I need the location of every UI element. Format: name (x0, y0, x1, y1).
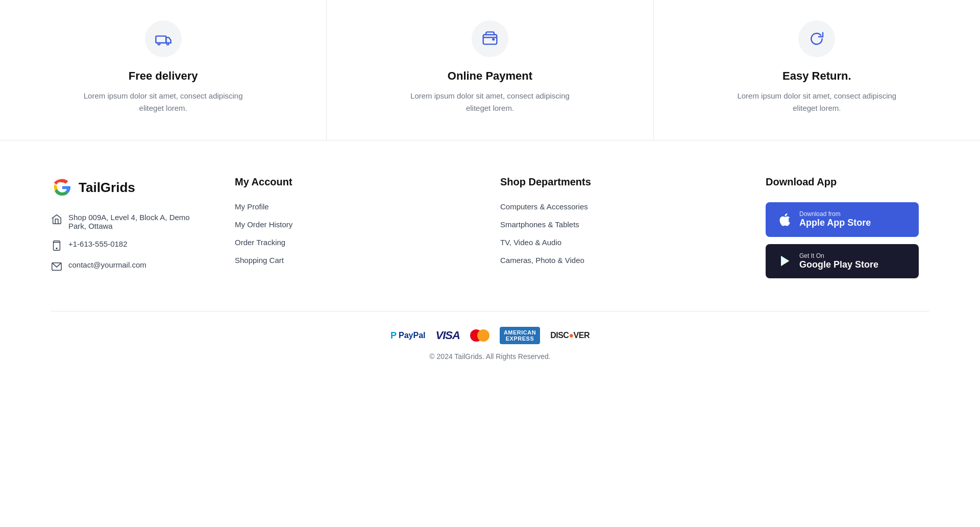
phone-icon (51, 240, 62, 251)
download-app-title: Download App (766, 176, 929, 188)
play-icon (778, 254, 792, 268)
contact-address: Shop 009A, Level 4, Block A, Demo Park, … (51, 213, 194, 230)
footer-brand: TailGrids Shop 009A, Level 4, Block A, D… (51, 176, 194, 285)
apple-icon (778, 212, 792, 227)
footer-top: TailGrids Shop 009A, Level 4, Block A, D… (51, 176, 929, 311)
features-section: Free delivery Lorem ipsum dolor sit amet… (0, 0, 980, 140)
order-tracking-link[interactable]: Order Tracking (235, 238, 459, 247)
footer: TailGrids Shop 009A, Level 4, Block A, D… (0, 140, 980, 381)
shopping-cart-link[interactable]: Shopping Cart (235, 256, 459, 265)
footer-download-app: Download App Download from Apple App Sto… (766, 176, 929, 285)
discover-badge: DISC●VER (550, 331, 590, 340)
feature-free-delivery-title: Free delivery (129, 69, 198, 83)
footer-bottom: P PayPal VISA AMERICANEXPRESS DISC●VER ©… (51, 311, 929, 361)
paypal-badge: P PayPal (390, 330, 426, 341)
phone-text: +1-613-555-0182 (68, 239, 128, 248)
wallet-icon-wrap (472, 20, 508, 57)
feature-free-delivery: Free delivery Lorem ipsum dolor sit amet… (0, 0, 327, 140)
feature-free-delivery-desc: Lorem ipsum dolor sit amet, consect adip… (82, 90, 245, 114)
copyright-text: © 2024 TailGrids. All Rights Reserved. (429, 352, 550, 361)
brand-name: TailGrids (79, 180, 135, 196)
google-btn-text: Get It On Google Play Store (799, 252, 878, 271)
mastercard-badge (470, 329, 489, 342)
home-icon (51, 213, 62, 225)
apple-app-store-button[interactable]: Download from Apple App Store (766, 202, 919, 237)
contact-phone: +1-613-555-0182 (51, 239, 194, 251)
svg-point-2 (166, 43, 168, 45)
my-order-history-link[interactable]: My Order History (235, 220, 459, 229)
feature-easy-return-desc: Lorem ipsum dolor sit amet, consect adip… (735, 90, 898, 114)
smartphones-tablets-link[interactable]: Smartphones & Tablets (500, 220, 725, 229)
mail-icon (51, 261, 62, 272)
footer-shop-departments: Shop Departments Computers & Accessories… (500, 176, 725, 285)
svg-point-6 (56, 248, 57, 249)
feature-easy-return: Easy Return. Lorem ipsum dolor sit amet,… (654, 0, 980, 140)
truck-icon (155, 31, 172, 47)
email-text: contact@yourmail.com (68, 260, 146, 269)
contact-email: contact@yourmail.com (51, 260, 194, 272)
google-play-store-button[interactable]: Get It On Google Play Store (766, 244, 919, 279)
feature-online-payment: Online Payment Lorem ipsum dolor sit ame… (327, 0, 653, 140)
shop-departments-title: Shop Departments (500, 176, 725, 188)
my-profile-link[interactable]: My Profile (235, 202, 459, 211)
refresh-icon-wrap (798, 20, 835, 57)
address-text: Shop 009A, Level 4, Block A, Demo Park, … (68, 213, 194, 230)
brand-logo-icon (51, 176, 74, 199)
brand-logo: TailGrids (51, 176, 194, 199)
tv-video-audio-link[interactable]: TV, Video & Audio (500, 238, 725, 247)
feature-online-payment-title: Online Payment (448, 69, 532, 83)
svg-marker-10 (781, 256, 789, 266)
svg-rect-3 (483, 35, 497, 44)
computers-accessories-link[interactable]: Computers & Accessories (500, 202, 725, 211)
truck-icon-wrap (145, 20, 182, 57)
payment-icons: P PayPal VISA AMERICANEXPRESS DISC●VER (390, 327, 590, 344)
apple-btn-text: Download from Apple App Store (799, 210, 871, 229)
footer-my-account: My Account My Profile My Order History O… (235, 176, 459, 285)
cameras-photo-video-link[interactable]: Cameras, Photo & Video (500, 256, 725, 265)
refresh-icon (808, 31, 825, 47)
visa-badge: VISA (436, 329, 460, 342)
my-account-title: My Account (235, 176, 459, 188)
svg-point-1 (158, 43, 160, 45)
feature-online-payment-desc: Lorem ipsum dolor sit amet, consect adip… (408, 90, 572, 114)
mc-orange-circle (477, 329, 489, 342)
svg-rect-0 (156, 36, 166, 43)
feature-easy-return-title: Easy Return. (782, 69, 851, 83)
wallet-icon (482, 31, 498, 47)
amex-badge: AMERICANEXPRESS (500, 327, 540, 344)
